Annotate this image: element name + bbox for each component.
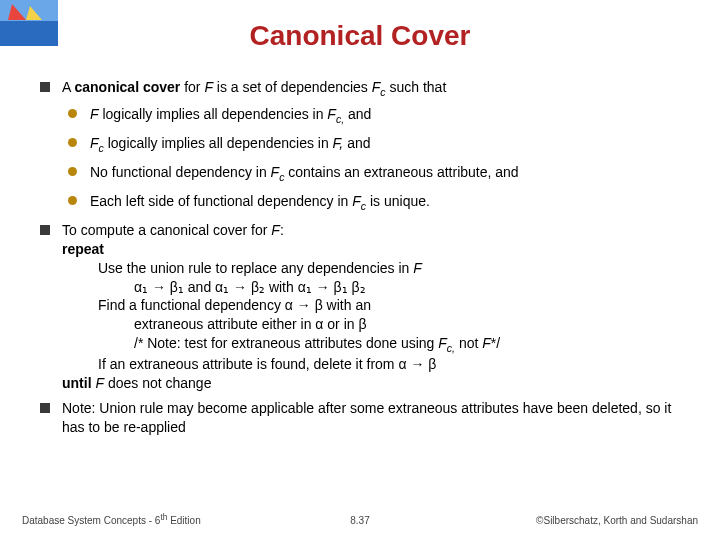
keyword-repeat: repeat [62, 241, 104, 257]
text: is a set of dependencies [213, 79, 372, 95]
text: F [438, 335, 447, 351]
text: A [62, 79, 74, 95]
text: for [184, 79, 204, 95]
text: does not change [104, 375, 211, 391]
text: F [327, 106, 336, 122]
sub-bullet-4: Each left side of functional dependency … [68, 192, 690, 213]
var-F: F [95, 375, 104, 391]
keyword-until: until [62, 375, 95, 391]
var-F: F [482, 335, 491, 351]
var-F: F [271, 222, 280, 238]
text: /* Note: test for extraneous attributes … [134, 335, 438, 351]
bullet-definition: A canonical cover for F is a set of depe… [40, 78, 690, 99]
text: logically implies all dependencies in [99, 106, 328, 122]
bold-term: canonical cover [74, 79, 184, 95]
text: Each left side of functional dependency … [90, 193, 352, 209]
var-F: F [413, 260, 422, 276]
slide-body: A canonical cover for F is a set of depe… [40, 78, 690, 443]
algo-line-8: If an extraneous attribute is found, del… [98, 355, 690, 374]
text: and [344, 106, 371, 122]
var-Fc: Fc, [438, 335, 455, 351]
text: is unique. [366, 193, 430, 209]
bullet-note: Note: Union rule may become applicable a… [40, 399, 690, 437]
var-F: F [204, 79, 213, 95]
text: not [455, 335, 482, 351]
slide: Canonical Cover A canonical cover for F … [0, 0, 720, 540]
text: contains an extraneous attribute, and [284, 164, 518, 180]
sub-bullet-3: No functional dependency in Fc contains … [68, 163, 690, 184]
text: F [271, 164, 280, 180]
var-Fc: Fc [372, 79, 386, 95]
text: No functional dependency in [90, 164, 271, 180]
sub-bullet-1: F logically implies all dependencies in … [68, 105, 690, 126]
text: logically implies all dependencies in [104, 135, 333, 151]
text: and [343, 135, 370, 151]
var-Fc: Fc, [327, 106, 344, 122]
text: : [280, 222, 284, 238]
var-F: F, [333, 135, 344, 151]
var-Fc: Fc [271, 164, 285, 180]
footer-copyright: ©Silberschatz, Korth and Sudarshan [536, 515, 698, 526]
algo-line-7: /* Note: test for extraneous attributes … [134, 334, 690, 355]
sub-bullet-2: Fc logically implies all dependencies in… [68, 134, 690, 155]
subscript: c, [447, 342, 455, 354]
text: such that [386, 79, 447, 95]
var-Fc: Fc [90, 135, 104, 151]
algo-until: until F does not change [62, 374, 690, 393]
var-F: F [90, 106, 99, 122]
sail-red [8, 4, 26, 20]
subscript: c, [336, 113, 344, 125]
algo-repeat: repeat [62, 240, 690, 259]
bullet-algorithm: To compute a canonical cover for F: repe… [40, 221, 690, 393]
text: */ [491, 335, 500, 351]
text: F [90, 135, 99, 151]
text: To compute a canonical cover for [62, 222, 271, 238]
text: F [352, 193, 361, 209]
slide-title: Canonical Cover [0, 20, 720, 52]
algo-line-6: extraneous attribute either in α or in β [134, 315, 690, 334]
algo-line-1: To compute a canonical cover for F: [62, 221, 690, 240]
text: Use the union rule to replace any depend… [98, 260, 413, 276]
algo-line-3: Use the union rule to replace any depend… [98, 259, 690, 278]
var-Fc: Fc [352, 193, 366, 209]
sail-yellow [26, 6, 42, 20]
algo-line-4: α₁ → β₁ and α₁ → β₂ with α₁ → β₁ β₂ [134, 278, 690, 297]
algo-line-5: Find a functional dependency α → β with … [98, 296, 690, 315]
